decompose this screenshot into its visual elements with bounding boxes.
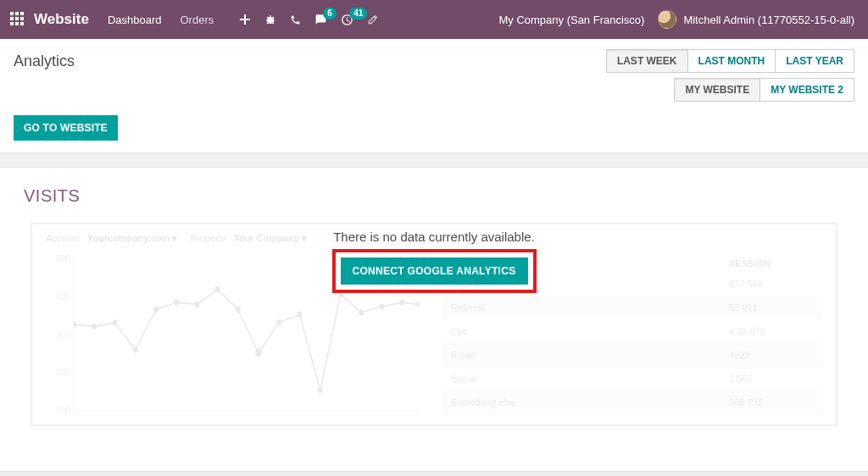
brand-title[interactable]: Website [34, 11, 89, 28]
svg-point-9 [236, 307, 241, 313]
nav-dashboard[interactable]: Dashboard [108, 14, 162, 26]
avatar [658, 10, 676, 29]
divider [0, 152, 868, 168]
analytics-placeholder: Account Yourcompany.com ▾ Property Your … [31, 223, 837, 426]
top-navbar: Website Dashboard Orders 6 41 [0, 0, 868, 39]
filter-my-website[interactable]: MY WEBSITE [674, 78, 760, 102]
ph-row: Social1 567 [442, 367, 822, 390]
website-filter-row: MY WEBSITE MY WEBSITE 2 [674, 78, 854, 102]
nodata-overlay: There is no data currently available. CO… [32, 230, 836, 293]
conversations-icon[interactable]: 6 [314, 14, 327, 25]
company-selector[interactable]: My Company (San Francisco) [498, 14, 644, 26]
user-name: Mitchell Admin (11770552-15-0-all) [683, 14, 854, 26]
svg-point-10 [255, 349, 262, 357]
tools-icon[interactable] [367, 14, 379, 25]
svg-point-2 [92, 324, 97, 329]
period-filter-row: LAST WEEK LAST MONTH LAST YEAR [606, 49, 854, 73]
filter-my-website-2[interactable]: MY WEBSITE 2 [760, 78, 854, 102]
bug-icon[interactable] [264, 14, 276, 25]
svg-point-16 [379, 303, 384, 309]
conversations-badge: 6 [323, 8, 337, 19]
nav-orders[interactable]: Orders [180, 14, 214, 26]
filter-last-month[interactable]: LAST MONTH [687, 49, 776, 73]
control-panel: Analytics LAST WEEK LAST MONTH LAST YEAR… [0, 39, 868, 112]
ph-row: Cpc4 33 876 [442, 319, 822, 343]
ph-row: Referral52 011 [442, 296, 822, 319]
go-to-website-button[interactable]: GO TO WEBSITE [14, 115, 118, 141]
svg-point-1 [74, 322, 76, 328]
svg-point-12 [298, 312, 303, 318]
filter-last-week[interactable]: LAST WEEK [606, 49, 688, 73]
nav-left: Website Dashboard Orders 6 41 [7, 11, 379, 28]
plus-icon[interactable] [239, 14, 251, 25]
connect-google-analytics-button[interactable]: CONNECT GOOGLE ANALYTICS [341, 257, 528, 285]
bottom-divider [0, 471, 868, 476]
svg-point-18 [416, 302, 419, 307]
activities-badge: 41 [349, 8, 367, 19]
svg-point-5 [153, 307, 159, 313]
page-title: Analytics [14, 53, 75, 70]
ph-row: Email4223 [442, 343, 822, 367]
svg-point-11 [276, 319, 281, 325]
svg-point-4 [133, 346, 138, 352]
filter-last-year[interactable]: LAST YEAR [775, 49, 854, 73]
nodata-text: There is no data currently available. [32, 230, 836, 244]
visits-title: VISITS [24, 186, 844, 206]
svg-point-15 [359, 309, 364, 315]
activities-icon[interactable]: 41 [341, 14, 353, 26]
visits-panel: VISITS Account Yourcompany.com ▾ Propert… [0, 168, 868, 426]
svg-point-7 [194, 302, 199, 307]
go-to-website-wrap: GO TO WEBSITE [0, 112, 868, 152]
apps-icon[interactable] [10, 12, 25, 27]
svg-point-6 [174, 299, 179, 305]
svg-point-17 [400, 299, 405, 305]
highlight-box: CONNECT GOOGLE ANALYTICS [332, 249, 537, 293]
nav-systray: 6 41 [239, 14, 379, 26]
svg-point-3 [113, 319, 118, 325]
ph-row: Something else266 732 [442, 390, 822, 414]
svg-point-13 [318, 387, 323, 393]
phone-icon[interactable] [290, 14, 301, 25]
nav-right: My Company (San Francisco) Mitchell Admi… [498, 10, 854, 29]
filter-group: LAST WEEK LAST MONTH LAST YEAR MY WEBSIT… [606, 49, 854, 102]
user-menu[interactable]: Mitchell Admin (11770552-15-0-all) [658, 10, 854, 29]
